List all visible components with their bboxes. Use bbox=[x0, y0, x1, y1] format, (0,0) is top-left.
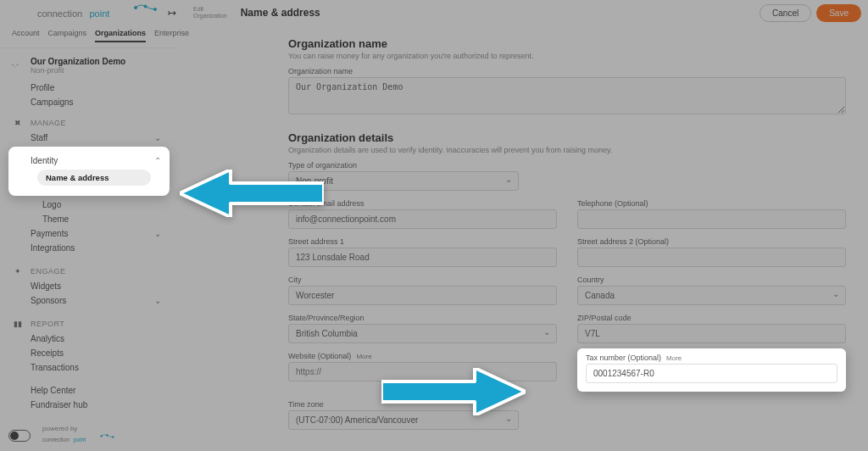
tab-account[interactable]: Account bbox=[12, 29, 40, 42]
sidebar-item-name-address[interactable]: Name & address bbox=[37, 170, 151, 186]
sidebar-item-profile[interactable]: Profile bbox=[31, 83, 166, 92]
theme-toggle[interactable] bbox=[8, 430, 31, 442]
svg-text:point: point bbox=[90, 8, 110, 19]
sidebar-identity-highlight: Identity Name & address bbox=[8, 147, 170, 196]
org-details-heading: Organization details bbox=[288, 131, 846, 144]
sidebar-item-widgets[interactable]: Widgets bbox=[12, 279, 166, 293]
spark-icon: ✦ bbox=[12, 267, 24, 276]
section-report: REPORT bbox=[31, 320, 64, 328]
callout-arrow-left bbox=[180, 170, 324, 219]
tab-campaigns[interactable]: Campaigns bbox=[48, 29, 87, 42]
chart-icon: ▮▮ bbox=[12, 320, 24, 328]
website-label: Website (Optional)More bbox=[288, 352, 557, 360]
org-details-hint: Organization details are used to verify … bbox=[288, 146, 846, 154]
sidebar-item-transactions[interactable]: Transactions bbox=[12, 360, 166, 375]
wrench-icon: ✖ bbox=[12, 119, 24, 127]
tax-label: Tax number (Optional)More bbox=[586, 354, 837, 362]
website-more-link[interactable]: More bbox=[356, 353, 371, 360]
state-select[interactable] bbox=[288, 324, 557, 343]
cancel-button[interactable]: Cancel bbox=[760, 4, 811, 22]
sidebar-item-identity[interactable]: Identity bbox=[12, 153, 166, 168]
org-avatar-icon bbox=[12, 58, 24, 67]
chevron-down-icon bbox=[154, 296, 161, 305]
sidebar-item-payments[interactable]: Payments bbox=[12, 226, 166, 241]
org-name-hint: You can raise money for any organization… bbox=[288, 52, 846, 60]
sidebar-item-integrations[interactable]: Integrations bbox=[12, 241, 166, 255]
chevron-down-icon bbox=[154, 133, 161, 142]
sidebar-item-fundraiser-hub[interactable]: Fundraiser hub bbox=[12, 398, 166, 412]
country-label: Country bbox=[577, 276, 846, 284]
addr2-input[interactable] bbox=[577, 248, 846, 267]
org-name-label: Organization name bbox=[288, 67, 846, 75]
sidebar-item-sponsors[interactable]: Sponsors bbox=[12, 293, 166, 308]
email-input[interactable] bbox=[288, 209, 557, 229]
top-nav: Account Campaigns Organizations Enterpri… bbox=[0, 25, 178, 48]
callout-arrow-right bbox=[381, 368, 526, 417]
city-input[interactable] bbox=[288, 286, 557, 305]
state-label: State/Province/Region bbox=[288, 314, 557, 322]
telephone-input[interactable] bbox=[577, 209, 846, 229]
page-title: Name & address bbox=[241, 7, 320, 19]
brand-logo: connection point bbox=[37, 2, 164, 24]
addr1-label: Street address 1 bbox=[288, 237, 557, 246]
powered-by: powered by connection point bbox=[42, 425, 119, 446]
addr1-input[interactable] bbox=[288, 248, 557, 267]
org-type-label: Non-profit bbox=[31, 66, 125, 75]
tax-number-highlight: Tax number (Optional)More bbox=[577, 348, 846, 392]
org-name-label: Our Organization Demo bbox=[31, 57, 125, 66]
tax-number-input[interactable] bbox=[586, 364, 837, 383]
section-manage: MANAGE bbox=[31, 119, 66, 127]
tab-organizations[interactable]: Organizations bbox=[95, 29, 146, 42]
save-button[interactable]: Save bbox=[816, 4, 861, 22]
org-name-heading: Organization name bbox=[288, 37, 846, 50]
city-label: City bbox=[288, 276, 557, 284]
sidebar-item-theme[interactable]: Theme bbox=[12, 212, 166, 226]
breadcrumb: Edit Organization bbox=[193, 6, 227, 19]
chevron-up-icon bbox=[154, 156, 161, 165]
sidebar-item-campaigns[interactable]: Campaigns bbox=[31, 97, 166, 107]
sidebar-item-staff[interactable]: Staff bbox=[12, 131, 166, 145]
svg-text:connection: connection bbox=[42, 437, 70, 443]
section-engage: ENGAGE bbox=[31, 267, 66, 276]
sidebar-collapse-icon[interactable]: ↦ bbox=[168, 7, 176, 19]
zip-label: ZIP/Postal code bbox=[577, 314, 846, 322]
email-label: Contact email address bbox=[288, 199, 557, 208]
sidebar-item-help-center[interactable]: Help Center bbox=[12, 383, 166, 398]
telephone-label: Telephone (Optional) bbox=[577, 199, 846, 208]
chevron-down-icon bbox=[154, 229, 161, 238]
org-name-input[interactable]: Our Organization Demo bbox=[288, 77, 846, 114]
svg-text:connection: connection bbox=[37, 8, 82, 19]
svg-text:point: point bbox=[74, 437, 86, 443]
tax-more-link[interactable]: More bbox=[666, 354, 682, 362]
sidebar-item-analytics[interactable]: Analytics bbox=[12, 331, 166, 346]
addr2-label: Street address 2 (Optional) bbox=[577, 237, 846, 246]
sidebar-item-logo[interactable]: Logo bbox=[12, 198, 166, 212]
zip-input[interactable] bbox=[577, 324, 846, 343]
type-label: Type of organization bbox=[288, 161, 519, 170]
country-select[interactable] bbox=[577, 286, 846, 305]
sidebar-item-receipts[interactable]: Receipts bbox=[12, 346, 166, 360]
